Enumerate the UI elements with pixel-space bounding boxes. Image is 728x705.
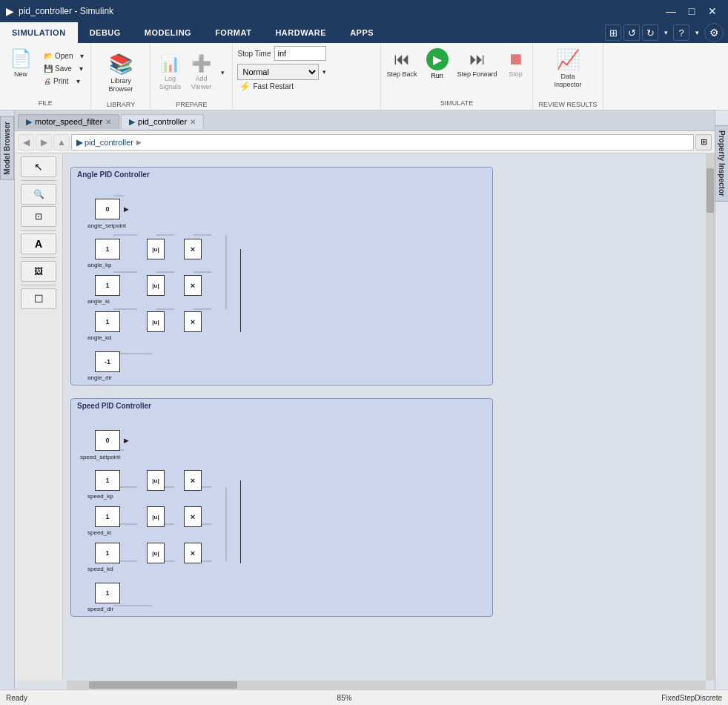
zoom-in-tool[interactable]: 🔍 [21,184,56,205]
diagram-area: Angle PID Controller 0 ▶ angle_setpoint … [63,153,704,679]
help-btn[interactable]: ? [673,24,689,41]
speed-kd-block[interactable]: 1 [95,543,120,563]
simulation-mode-select[interactable]: Normal Accelerator Rapid Accelerator [237,64,319,80]
speed-prod-ki[interactable]: × [184,506,202,527]
breadcrumb-item-pid[interactable]: pid_controller [85,138,133,147]
horizontal-scrollbar[interactable] [67,681,706,689]
mode-arrow[interactable]: ▾ [320,67,328,76]
fast-restart-icon: ⚡ [239,81,251,92]
tab-format[interactable]: FORMAT [203,22,263,43]
model-browser-tab[interactable]: Model Browser [0,116,14,180]
speed-abs-ki[interactable]: |u| [147,506,165,527]
fast-restart-toggle[interactable]: ⚡ Fast Restart [237,80,376,93]
vertical-scrollbar[interactable] [706,153,715,681]
breadcrumb-arrow: ▶ [136,139,142,146]
tool-panel: ↖ 🔍 ⊡ A 🖼 ☐ [15,153,63,681]
undo-arrow[interactable]: ▾ [661,24,671,41]
tab-pid-controller[interactable]: ▶ pid_controller ✕ [121,114,204,129]
angle-dir-block[interactable]: -1 [95,351,120,372]
speed-kp-block[interactable]: 1 [95,470,120,491]
tab-apps[interactable]: APPS [338,22,385,43]
prepare-arrow[interactable]: ▾ [217,68,228,77]
redo-btn[interactable]: ↻ [642,24,658,41]
tab-simulation[interactable]: SIMULATION [0,22,78,43]
canvas[interactable]: ↖ 🔍 ⊡ A 🖼 ☐ [15,153,715,689]
angle-kd-block[interactable]: 1 [95,311,120,332]
close-tab-motor[interactable]: ✕ [105,118,111,126]
tab-icon-motor: ▶ [26,117,32,127]
grid-toggle-button[interactable]: ⊞ [695,134,712,150]
angle-setpoint-label: angle_setpoint [87,222,126,229]
vertical-scroll-thumb[interactable] [707,168,714,213]
prepare-group: 📊 LogSignals ➕ AddViewer ▾ PREPARE [150,43,233,110]
review-group: 📈 DataInspector REVIEW RESULTS [533,43,604,110]
speed-dir-block[interactable]: 1 [95,583,120,603]
speed-pid-title: Speed PID Controller [77,402,151,410]
stop-button[interactable]: ⏹ Stop [501,47,531,80]
speed-abs-kp[interactable]: |u| [147,470,165,491]
settings-btn[interactable]: ⚙ [704,23,724,42]
angle-ki-block[interactable]: 1 [95,275,120,296]
library-browser-button[interactable]: 📚 LibraryBrowser [99,50,143,96]
close-tab-pid[interactable]: ✕ [190,118,196,126]
maximize-button[interactable]: □ [682,4,701,19]
image-tool[interactable]: 🖼 [21,261,56,282]
library-group-label: LIBRARY [107,99,135,108]
property-inspector-tab[interactable]: Property Inspector [715,125,728,202]
print-button[interactable]: 🖨 Print [40,76,73,87]
run-button[interactable]: ▶ Run [421,46,454,82]
open-arrow[interactable]: ▾ [78,50,86,62]
minimize-button[interactable]: — [661,4,681,19]
data-inspector-button[interactable]: 📈 DataInspector [546,46,589,91]
undo-btn[interactable]: ↺ [623,24,640,41]
close-button[interactable]: ✕ [703,4,722,19]
horizontal-scroll-thumb[interactable] [89,681,237,689]
step-forward-button[interactable]: ⏭ Step Forward [454,47,501,81]
title-bar-left: ▶ pid_controller - Simulink [6,5,113,17]
quick-access-btn-1[interactable]: ⊞ [605,24,621,41]
speed-ki-label: speed_ki [87,529,111,536]
new-button[interactable]: 📄 New [4,46,37,80]
tab-label-motor: motor_speed_filter [35,117,102,126]
open-button[interactable]: 📂 Open [40,50,76,62]
nav-back-button[interactable]: ◀ [18,134,34,150]
pointer-tool[interactable]: ↖ [21,156,56,177]
tab-modeling[interactable]: MODELING [133,22,203,43]
fit-screen-tool[interactable]: ⊡ [21,206,56,227]
tab-motor-speed-filter[interactable]: ▶ motor_speed_filter ✕ [18,114,119,129]
save-arrow[interactable]: ▾ [77,63,85,74]
speed-abs-kd[interactable]: |u| [147,543,165,563]
speed-prod-kp[interactable]: × [184,470,202,491]
angle-prod-ki[interactable]: × [184,275,202,296]
diagram-canvas: Angle PID Controller 0 ▶ angle_setpoint … [63,153,704,679]
help-arrow[interactable]: ▾ [692,24,702,41]
tab-debug[interactable]: DEBUG [78,22,133,43]
angle-abs-ki[interactable]: |u| [147,275,165,296]
nav-up-button[interactable]: ▲ [53,134,70,150]
stop-label: Stop [509,70,523,78]
tab-hardware[interactable]: HARDWARE [263,22,338,43]
step-back-button[interactable]: ⏮ Step Back [383,47,420,81]
angle-kp-block[interactable]: 1 [95,239,120,259]
angle-abs-kp[interactable]: |u| [147,239,165,259]
angle-setpoint-block[interactable]: 0 ▶ [95,199,120,219]
nav-forward-button[interactable]: ▶ [36,134,52,150]
app-body: Model Browser ▶ motor_speed_filter ✕ ▶ p… [0,110,728,689]
ribbon: SIMULATION DEBUG MODELING FORMAT HARDWAR… [0,22,728,110]
checkbox-tool[interactable]: ☐ [21,288,56,309]
text-tool[interactable]: A [21,234,56,254]
speed-ki-block[interactable]: 1 [95,506,120,527]
save-button[interactable]: 💾 Save [40,63,76,74]
angle-prod-kp[interactable]: × [184,239,202,259]
stop-time-input[interactable] [274,46,326,61]
title-bar-controls: — □ ✕ [661,4,722,19]
angle-abs-kd[interactable]: |u| [147,311,165,332]
log-signals-button[interactable]: 📊 LogSignals [155,52,185,93]
speed-setpoint-block[interactable]: 0 ▶ [95,430,120,451]
angle-prod-kd[interactable]: × [184,311,202,332]
breadcrumb-icon: ▶ [76,137,83,148]
speed-prod-kd[interactable]: × [184,543,202,563]
angle-ki-label: angle_ki [87,298,110,305]
print-arrow[interactable]: ▾ [74,76,82,87]
add-viewer-button[interactable]: ➕ AddViewer [186,52,216,93]
